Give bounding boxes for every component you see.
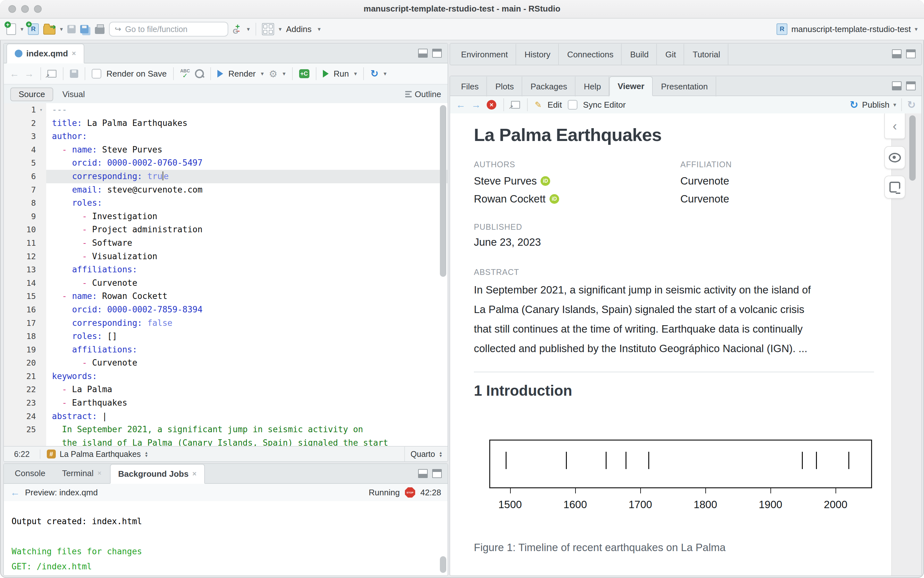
- find-replace-icon[interactable]: [195, 69, 204, 78]
- version-control-icon[interactable]: +−G: [233, 24, 242, 34]
- pane-layout-caret-icon[interactable]: ▾: [278, 26, 281, 32]
- tab-background-jobs[interactable]: Background Jobs×: [110, 464, 205, 484]
- code-line[interactable]: 9 - Investigation: [4, 210, 447, 223]
- viewer-forward-icon[interactable]: →: [471, 99, 481, 110]
- open-file-caret-icon[interactable]: ▾: [60, 26, 63, 32]
- refresh-viewer-icon[interactable]: ↻: [907, 99, 916, 111]
- section-selector[interactable]: La Palma Earthquakes: [60, 450, 141, 459]
- code-line[interactable]: 23 - Earthquakes: [4, 396, 447, 410]
- render-on-save-checkbox[interactable]: [92, 69, 101, 78]
- nav-forward-icon[interactable]: →: [24, 68, 34, 79]
- save-all-icon[interactable]: [80, 25, 88, 33]
- new-file-button[interactable]: +: [7, 23, 16, 35]
- new-project-button[interactable]: R+: [28, 23, 39, 35]
- maximize-pane-icon[interactable]: [432, 469, 442, 478]
- code-editor[interactable]: 1▾---2title: La Palma Earthquakes3author…: [4, 103, 447, 446]
- render-button[interactable]: Render: [228, 69, 255, 79]
- orcid-icon[interactable]: iD: [550, 194, 559, 204]
- job-back-icon[interactable]: ←: [10, 487, 20, 498]
- insert-chunk-icon[interactable]: +C: [299, 69, 309, 78]
- render-caret-icon[interactable]: ▾: [261, 71, 264, 76]
- code-line[interactable]: 19 affiliations:: [4, 343, 447, 357]
- code-line[interactable]: 21keywords:: [4, 370, 447, 383]
- editor-scrollbar[interactable]: [440, 105, 446, 277]
- tab-git[interactable]: Git: [657, 44, 684, 65]
- viewer-popout-icon[interactable]: [511, 101, 520, 109]
- pane-layout-icon[interactable]: [262, 23, 274, 35]
- sync-editor-checkbox[interactable]: [568, 100, 578, 110]
- gear-caret-icon[interactable]: ▾: [283, 71, 285, 76]
- stop-job-icon[interactable]: STOP: [405, 487, 415, 498]
- tab-presentation[interactable]: Presentation: [653, 76, 716, 97]
- collapse-margin-button[interactable]: ‹: [884, 114, 905, 139]
- code-line[interactable]: 6 corresponding: true: [4, 170, 447, 183]
- run-caret-icon[interactable]: ▾: [354, 71, 357, 76]
- console-output[interactable]: Output created: index.html Watching file…: [4, 501, 447, 575]
- code-line[interactable]: 13 affiliations:: [4, 263, 447, 276]
- code-line[interactable]: 4 - name: Steve Purves: [4, 143, 447, 157]
- spellcheck-icon[interactable]: ABC✓: [180, 68, 190, 79]
- code-line[interactable]: 1▾---: [4, 103, 447, 117]
- filetype-selector[interactable]: Quarto ▴▾: [404, 446, 447, 461]
- new-file-caret-icon[interactable]: ▾: [21, 26, 23, 32]
- source-refresh-caret-icon[interactable]: ▾: [384, 71, 386, 76]
- publish-caret-icon[interactable]: ▾: [893, 102, 896, 108]
- close-tab-icon[interactable]: ×: [98, 469, 102, 477]
- gear-icon[interactable]: ⚙: [269, 68, 278, 80]
- code-line[interactable]: 12 - Visualization: [4, 250, 447, 263]
- code-line[interactable]: 22 - La Palma: [4, 383, 447, 396]
- code-line[interactable]: 14 - Curvenote: [4, 276, 447, 290]
- open-in-new-window-icon[interactable]: [47, 70, 57, 78]
- code-line[interactable]: 8 roles:: [4, 196, 447, 210]
- close-tab-icon[interactable]: ×: [192, 470, 197, 478]
- nav-back-icon[interactable]: ←: [10, 68, 19, 79]
- code-line[interactable]: 16 orcid: 0000-0002-7859-8394: [4, 303, 447, 317]
- publish-button[interactable]: Publish: [862, 100, 889, 110]
- traffic-lights[interactable]: [8, 5, 42, 13]
- code-line[interactable]: 7 email: steve@curvenote.com: [4, 183, 447, 197]
- tab-tutorial[interactable]: Tutorial: [684, 44, 729, 65]
- code-line[interactable]: 10 - Project administration: [4, 223, 447, 237]
- annotation-button[interactable]: [884, 175, 905, 199]
- minimize-pane-icon[interactable]: [892, 49, 901, 58]
- addins-button[interactable]: Addins ▾: [286, 24, 320, 34]
- viewer-clear-icon[interactable]: ×: [487, 100, 496, 110]
- run-button[interactable]: Run: [334, 69, 349, 79]
- maximize-pane-icon[interactable]: [906, 81, 916, 90]
- viewer-back-icon[interactable]: ←: [456, 99, 465, 110]
- reader-view-button[interactable]: [884, 146, 905, 169]
- maximize-pane-icon[interactable]: [906, 49, 916, 58]
- close-tab-icon[interactable]: ×: [72, 49, 76, 58]
- viewer-scroll-thumb[interactable]: [909, 115, 916, 181]
- minimize-pane-icon[interactable]: [418, 49, 428, 58]
- fold-arrow-icon[interactable]: ▾: [36, 103, 46, 117]
- code-line[interactable]: 24abstract: |: [4, 410, 447, 423]
- source-mode-button[interactable]: Source: [10, 88, 53, 101]
- outline-toggle[interactable]: Outline: [405, 89, 441, 99]
- tab-console[interactable]: Console: [7, 463, 54, 483]
- code-line[interactable]: 20 - Curvenote: [4, 356, 447, 370]
- code-line[interactable]: 3author:: [4, 130, 447, 143]
- version-control-caret-icon[interactable]: ▾: [247, 26, 250, 32]
- save-icon[interactable]: [67, 25, 76, 33]
- tab-build[interactable]: Build: [621, 44, 657, 65]
- editor-save-icon[interactable]: [70, 70, 78, 78]
- tab-environment[interactable]: Environment: [453, 44, 516, 65]
- tab-plots[interactable]: Plots: [487, 76, 522, 97]
- code-line[interactable]: 2title: La Palma Earthquakes: [4, 117, 447, 130]
- tab-index-qmd[interactable]: index.qmd ×: [7, 44, 84, 63]
- console-scrollbar[interactable]: [440, 556, 446, 573]
- source-refresh-icon[interactable]: ↻: [370, 69, 378, 78]
- edit-button[interactable]: Edit: [548, 100, 562, 110]
- tab-viewer[interactable]: Viewer: [609, 76, 652, 96]
- open-file-button[interactable]: ➜: [43, 24, 55, 35]
- tab-files[interactable]: Files: [453, 76, 487, 97]
- minimize-pane-icon[interactable]: [418, 469, 428, 478]
- tab-help[interactable]: Help: [576, 76, 609, 97]
- code-line[interactable]: 18 roles: []: [4, 330, 447, 343]
- code-line[interactable]: 11 - Software: [4, 237, 447, 250]
- tab-packages[interactable]: Packages: [522, 76, 576, 97]
- visual-mode-button[interactable]: Visual: [62, 89, 85, 99]
- code-line[interactable]: 15 - name: Rowan Cockett: [4, 290, 447, 303]
- code-line[interactable]: 25 In September 2021, a significant jump…: [4, 423, 447, 437]
